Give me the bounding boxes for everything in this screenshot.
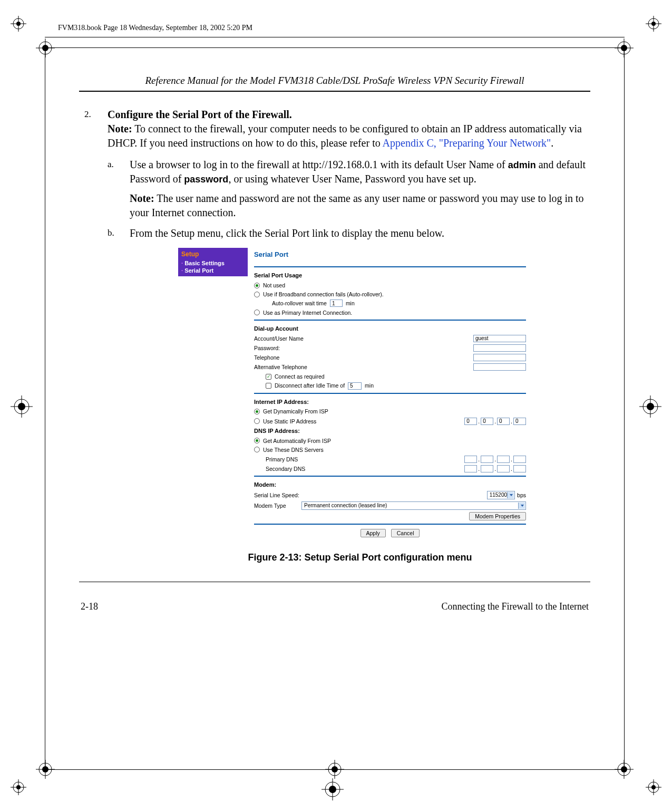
- step-number: 2.: [84, 108, 96, 576]
- running-head: Reference Manual for the Model FVM318 Ca…: [79, 74, 590, 88]
- sidebar-item-serial-port[interactable]: Serial Port: [181, 267, 245, 274]
- radio-primary-label: Use as Primary Internet Connection.: [263, 309, 352, 316]
- step-2: 2. Configure the Serial Port of the Fire…: [84, 108, 590, 576]
- substep-a: a. Use a browser to log in to the firewa…: [108, 158, 590, 220]
- registration-mark-icon: [615, 38, 634, 57]
- radio-primary-connection[interactable]: [254, 310, 260, 315]
- crop-mark-icon: [646, 16, 661, 32]
- static-ip-octet-1[interactable]: [464, 418, 477, 425]
- substep-b-text: From the Setup menu, click the Serial Po…: [130, 227, 444, 239]
- note-label: Note:: [108, 123, 132, 134]
- modem-type-label: Modem Type: [254, 502, 296, 509]
- slug-rule: [45, 37, 625, 37]
- crop-mark-icon: [11, 779, 26, 795]
- modem-label: Modem:: [254, 481, 526, 489]
- secondary-dns-1[interactable]: [464, 465, 477, 472]
- radio-ip-dynamic[interactable]: [254, 409, 260, 414]
- registration-mark-icon: [36, 760, 55, 779]
- step-title: Configure the Serial Port of the Firewal…: [108, 109, 292, 120]
- substep-marker: a.: [108, 158, 118, 220]
- figure-caption: Figure 2-13: Setup Serial Port configura…: [130, 551, 590, 564]
- alt-telephone-label: Alternative Telephone: [254, 363, 307, 371]
- setup-sidebar: Setup Basic Settings Serial Port: [178, 248, 248, 276]
- rollover-wait-label: Auto-rollover wait time: [272, 300, 327, 307]
- telephone-input[interactable]: [473, 354, 526, 361]
- modem-type-select[interactable]: Permanent connection (leased line): [301, 501, 526, 510]
- registration-mark-icon: [639, 395, 661, 418]
- alt-telephone-input[interactable]: [473, 363, 526, 371]
- primary-dns-1[interactable]: [464, 456, 477, 463]
- password-label: Password:: [254, 344, 280, 352]
- radio-not-used-label: Not used: [263, 282, 285, 289]
- telephone-label: Telephone: [254, 354, 279, 361]
- registration-mark-icon: [615, 760, 634, 779]
- appendix-xref-link[interactable]: Appendix C, "Preparing Your Network": [383, 137, 551, 149]
- secondary-dns-4[interactable]: [513, 465, 526, 472]
- primary-dns-4[interactable]: [513, 456, 526, 463]
- primary-dns-3[interactable]: [497, 456, 510, 463]
- registration-mark-icon: [36, 38, 55, 57]
- footer-rule: [79, 582, 590, 582]
- sidebar-item-basic-settings[interactable]: Basic Settings: [181, 259, 245, 267]
- serial-speed-label: Serial Line Speed:: [254, 491, 299, 499]
- serial-port-usage-label: Serial Port Usage: [254, 272, 526, 279]
- crop-mark-icon: [646, 779, 661, 795]
- substep-a-text: Use a browser to log in to the firewall …: [130, 159, 586, 185]
- registration-mark-icon: [322, 778, 344, 800]
- radio-auto-rollover[interactable]: [254, 292, 260, 297]
- checkbox-connect-as-required[interactable]: [266, 374, 271, 380]
- secondary-dns-3[interactable]: [497, 465, 510, 472]
- apply-button[interactable]: Apply: [361, 529, 386, 537]
- radio-ip-static[interactable]: [254, 418, 260, 424]
- static-ip-octet-3[interactable]: [497, 418, 510, 425]
- internet-ip-label: Internet IP Address:: [254, 398, 526, 406]
- dialup-label: Dial-up Account: [254, 325, 526, 333]
- radio-dns-auto[interactable]: [254, 438, 260, 443]
- static-ip-octet-4[interactable]: [513, 418, 526, 425]
- rollover-wait-input[interactable]: [330, 300, 343, 307]
- panel-title: Serial Port: [254, 250, 526, 259]
- cancel-button[interactable]: Cancel: [391, 529, 420, 537]
- radio-not-used[interactable]: [254, 283, 260, 288]
- idle-time-input[interactable]: [348, 382, 362, 390]
- checkbox-disconnect-idle[interactable]: [266, 383, 271, 389]
- substep-marker: b.: [108, 226, 118, 569]
- primary-dns-label: Primary DNS: [266, 456, 298, 463]
- figure-serial-port-ui: Setup Basic Settings Serial Port Serial …: [178, 248, 526, 538]
- print-slug: FVM318.book Page 18 Wednesday, September…: [58, 24, 252, 32]
- substep-b: b. From the Setup menu, click the Serial…: [108, 226, 590, 569]
- registration-mark-icon: [325, 760, 344, 779]
- footer-section: Connecting the Firewall to the Internet: [442, 600, 589, 613]
- account-label: Account/User Name: [254, 335, 304, 342]
- primary-dns-2[interactable]: [481, 456, 493, 463]
- account-input[interactable]: [473, 335, 526, 342]
- header-rule: [79, 91, 590, 92]
- secondary-dns-label: Secondary DNS: [266, 465, 305, 472]
- registration-mark-icon: [11, 395, 33, 418]
- radio-auto-rollover-label: Use if Broadband connection fails (Auto-…: [263, 291, 384, 298]
- radio-dns-manual[interactable]: [254, 447, 260, 452]
- sidebar-header: Setup: [181, 250, 245, 258]
- page-number: 2-18: [81, 600, 98, 613]
- static-ip-input-group: ...: [464, 418, 526, 425]
- crop-mark-icon: [11, 16, 26, 32]
- dns-ip-label: DNS IP Address:: [254, 427, 526, 435]
- serial-speed-select[interactable]: 115200: [487, 491, 515, 499]
- password-input[interactable]: [473, 344, 526, 352]
- secondary-dns-2[interactable]: [481, 465, 493, 472]
- modem-properties-button[interactable]: Modem Properties: [469, 512, 526, 520]
- substep-a-note: Note: The user name and password are not…: [130, 191, 590, 220]
- static-ip-octet-2[interactable]: [481, 418, 493, 425]
